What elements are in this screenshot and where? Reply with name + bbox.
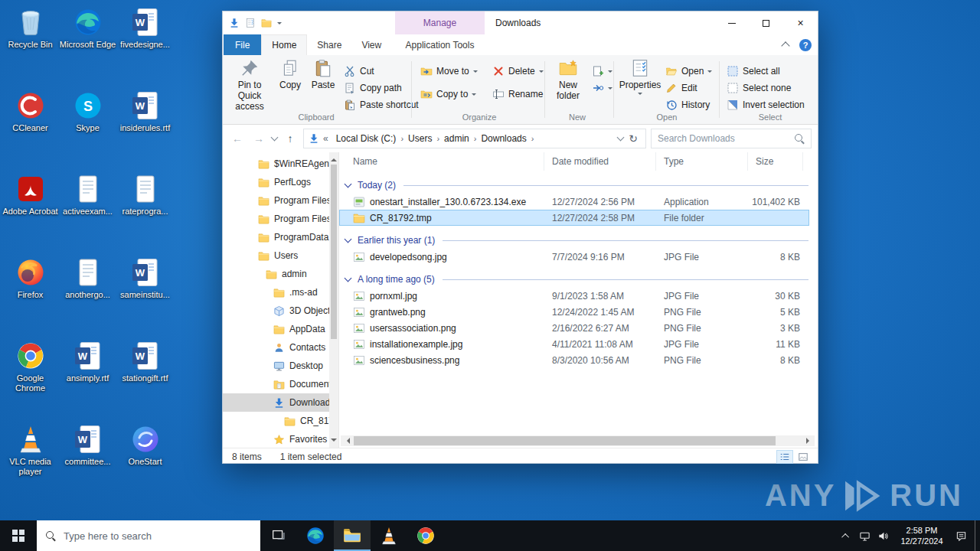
column-header-type[interactable]: Type — [656, 152, 748, 171]
new-folder-button[interactable]: New folder — [547, 58, 589, 102]
nav-item-cr-81792-tmp[interactable]: CR_81792.tmp — [223, 412, 338, 430]
up-button[interactable]: ↑ — [282, 130, 299, 147]
maximize-button[interactable] — [749, 11, 783, 34]
history-button[interactable]: History — [665, 97, 710, 112]
desktop-icon-anothergo[interactable]: anothergo... — [59, 253, 116, 337]
delete-button[interactable]: Delete — [492, 64, 544, 79]
details-view-button[interactable] — [776, 450, 793, 464]
scrollbar-thumb[interactable] — [354, 436, 776, 445]
desktop-icon-insiderules-rtf[interactable]: Winsiderules.rtf — [116, 86, 174, 170]
desktop-icon-committee[interactable]: Wcommittee... — [59, 420, 116, 504]
breadcrumb-local-disk-c[interactable]: Local Disk (C:) — [332, 133, 400, 144]
desktop-icon-skype[interactable]: SSkype — [59, 86, 116, 170]
breadcrumb-admin[interactable]: admin — [440, 133, 473, 144]
scroll-down-icon[interactable] — [331, 439, 337, 445]
taskbar-search[interactable] — [37, 520, 260, 551]
tab-file[interactable]: File — [224, 34, 261, 55]
nav-item-contacts[interactable]: Contacts — [223, 338, 338, 357]
help-icon[interactable]: ? — [799, 39, 812, 51]
desktop-icon-recycle-bin[interactable]: Recycle Bin — [2, 3, 59, 86]
address-dropdown-icon[interactable] — [617, 134, 625, 142]
file-group-header-earlier-this-year-1[interactable]: Earlier this year (1) — [339, 232, 818, 249]
desktop-icon-fivedesigne[interactable]: Wfivedesigne... — [116, 3, 174, 86]
task-view-button[interactable] — [260, 520, 297, 551]
back-button[interactable]: ← — [229, 130, 246, 147]
file-row-pornxml-jpg[interactable]: pornxml.jpg9/1/2023 1:58 AMJPG File30 KB — [339, 288, 809, 304]
column-header-size[interactable]: Size — [748, 152, 803, 171]
network-icon[interactable] — [855, 530, 874, 542]
group-collapse-chevron-icon[interactable] — [345, 275, 352, 282]
file-group-header-a-long-time-ago-5[interactable]: A long time ago (5) — [339, 271, 818, 288]
scrollbar-thumb[interactable] — [331, 165, 337, 339]
desktop-icon-ansimply-rtf[interactable]: Wansimply.rtf — [59, 337, 116, 420]
ribbon-collapse-icon[interactable] — [781, 41, 789, 50]
minimize-button[interactable] — [714, 11, 749, 34]
action-center-icon[interactable] — [952, 530, 970, 542]
desktop-icon-stationgift-rtf[interactable]: Wstationgift.rtf — [116, 337, 174, 420]
nav-item-ms-ad[interactable]: .ms-ad — [223, 283, 338, 302]
horizontal-scrollbar[interactable] — [341, 435, 815, 446]
search-input[interactable] — [658, 133, 790, 144]
nav-scrollbar[interactable] — [329, 152, 338, 448]
nav-item-users[interactable]: Users — [223, 246, 338, 265]
paste-button[interactable]: Paste — [307, 58, 339, 91]
nav-item-admin[interactable]: admin — [223, 265, 338, 283]
breadcrumb-overflow-chevron[interactable]: « — [322, 133, 330, 144]
qat-new-folder-icon[interactable] — [261, 18, 272, 28]
desktop-icon-activeexam[interactable]: activeexam... — [59, 170, 116, 253]
taskbar-chrome-button[interactable] — [407, 520, 444, 551]
file-row-developedsong-jpg[interactable]: developedsong.jpg7/7/2024 9:16 PMJPG Fil… — [339, 249, 809, 265]
properties-button[interactable]: Properties — [618, 58, 662, 97]
desktop-icon-microsoft-edge[interactable]: Microsoft Edge — [59, 3, 116, 86]
show-desktop-button[interactable] — [975, 520, 980, 551]
breadcrumb-users[interactable]: Users — [404, 133, 436, 144]
column-header-name[interactable]: Name — [339, 152, 544, 171]
qat-customize-chevron-icon[interactable] — [277, 22, 282, 27]
move-to-button[interactable]: Move to — [420, 64, 478, 79]
pin-to-quick-access-button[interactable]: Pin to Quick access — [227, 58, 272, 112]
breadcrumb-downloads[interactable]: Downloads — [477, 133, 530, 144]
cut-button[interactable]: Cut — [344, 64, 374, 79]
tab-home[interactable]: Home — [261, 34, 307, 55]
tab-view[interactable]: View — [351, 34, 391, 55]
file-row-onestart-installer-130-0-6723-134-exe[interactable]: onestart_installer_130.0.6723.134.exe12/… — [339, 194, 809, 210]
recent-locations-chevron-icon[interactable] — [271, 134, 279, 142]
rename-button[interactable]: Rename — [492, 86, 543, 102]
desktop-icon-google-chrome[interactable]: Google Chrome — [2, 337, 59, 420]
desktop-icon-sameinstitu[interactable]: Wsameinstitu... — [116, 253, 174, 337]
nav-item-program-files[interactable]: Program Files — [223, 210, 338, 228]
large-icons-view-button[interactable] — [795, 450, 812, 464]
taskbar-edge-button[interactable] — [297, 520, 334, 551]
copy-to-button[interactable]: Copy to — [420, 86, 476, 102]
scroll-up-icon[interactable] — [331, 155, 337, 161]
nav-item-program-files[interactable]: Program Files — [223, 191, 338, 210]
desktop-icon-ccleaner[interactable]: CCleaner — [2, 86, 59, 170]
invert-selection-button[interactable]: Invert selection — [727, 97, 805, 112]
start-button[interactable] — [0, 520, 37, 551]
qat-properties-icon[interactable] — [245, 18, 256, 28]
nav-item-downloads[interactable]: Downloads — [223, 393, 338, 412]
desktop-icon-vlc-media-player[interactable]: VLC media player — [2, 420, 59, 504]
easy-access-button[interactable] — [592, 80, 612, 96]
paste-shortcut-button[interactable]: Paste shortcut — [344, 97, 419, 112]
search-box[interactable] — [651, 129, 812, 148]
select-none-button[interactable]: Select none — [727, 80, 791, 96]
desktop-icon-onestart[interactable]: OneStart — [116, 420, 174, 504]
refresh-icon[interactable]: ↻ — [626, 132, 641, 145]
taskbar-search-input[interactable] — [64, 530, 251, 542]
tab-application-tools[interactable]: Application Tools — [395, 34, 485, 55]
select-all-button[interactable]: Select all — [727, 64, 780, 79]
nav-item-documents[interactable]: Documents — [223, 375, 338, 393]
volume-icon[interactable] — [874, 530, 892, 542]
nav-item-winreagent[interactable]: $WinREAgent — [223, 155, 338, 173]
file-row-cr-81792-tmp[interactable]: CR_81792.tmp12/27/2024 2:58 PMFile folde… — [339, 210, 809, 226]
file-group-header-today-2[interactable]: Today (2) — [339, 177, 818, 194]
close-button[interactable]: × — [783, 11, 818, 34]
copy-button[interactable]: Copy — [275, 58, 305, 91]
file-row-sciencesbusiness-png[interactable]: sciencesbusiness.png8/3/2020 10:56 AMPNG… — [339, 352, 809, 368]
taskbar-explorer-button[interactable] — [334, 520, 371, 551]
scroll-left-icon[interactable] — [341, 435, 352, 446]
desktop-icon-rateprogra[interactable]: rateprogra... — [116, 170, 174, 253]
nav-item-favorites[interactable]: Favorites — [223, 430, 338, 448]
column-header-date-modified[interactable]: Date modified — [544, 152, 656, 171]
